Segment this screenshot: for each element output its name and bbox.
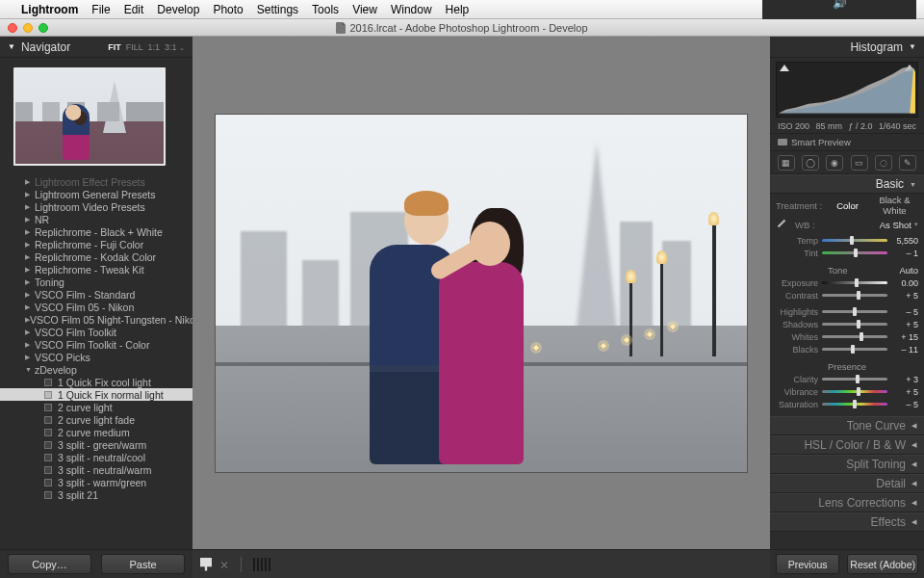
mac-menubar: Lightroom File Edit Develop Photo Settin… bbox=[0, 0, 924, 19]
menu-develop[interactable]: Develop bbox=[157, 3, 199, 16]
exif-aperture: ƒ / 2.0 bbox=[848, 121, 872, 131]
slider-saturation[interactable]: Saturation– 5 bbox=[776, 398, 918, 410]
slider-exposure[interactable]: Exposure0.00 bbox=[776, 276, 918, 289]
preset-item[interactable]: 3 split - neutral/warm bbox=[0, 463, 192, 476]
window-titlebar[interactable]: 2016.lrcat - Adobe Photoshop Lightroom -… bbox=[0, 19, 924, 37]
image-viewer[interactable] bbox=[192, 37, 770, 549]
preset-item[interactable]: 2 curve light fade bbox=[0, 413, 192, 426]
document-icon bbox=[336, 22, 346, 34]
preset-item[interactable]: 2 curve light bbox=[0, 401, 192, 413]
treatment-color[interactable]: Color bbox=[824, 200, 871, 211]
menu-window[interactable]: Window bbox=[391, 3, 432, 16]
menu-photo[interactable]: Photo bbox=[213, 3, 243, 16]
develop-tool[interactable]: ◉ bbox=[826, 155, 843, 171]
preset-folder[interactable]: ▶Lightroom General Presets bbox=[0, 188, 192, 200]
develop-tool[interactable]: ◌ bbox=[875, 155, 892, 171]
flag-pick-icon[interactable] bbox=[200, 558, 212, 571]
histogram-title: Histogram bbox=[850, 40, 903, 54]
preset-folder[interactable]: ▶VSCO Picks bbox=[0, 351, 192, 363]
navigator-zoom-modes[interactable]: FIT FILL 1:1 3:1 ⌄ bbox=[108, 42, 185, 52]
wb-eyedropper-icon[interactable] bbox=[776, 218, 789, 231]
panel-header[interactable]: HSL / Color / B & W◀ bbox=[770, 435, 924, 455]
panel-header[interactable]: Split Toning◀ bbox=[770, 455, 924, 474]
histogram-header[interactable]: Histogram ▼ bbox=[770, 37, 924, 58]
disclosure-icon: ▼ bbox=[909, 42, 916, 51]
color-label-swatch[interactable] bbox=[269, 558, 270, 571]
close-button[interactable] bbox=[8, 23, 17, 33]
color-label-swatch[interactable] bbox=[261, 558, 263, 571]
preset-folder[interactable]: ▶NR bbox=[0, 213, 192, 225]
navigator-title: Navigator bbox=[21, 40, 102, 54]
navigator-thumbnail[interactable] bbox=[0, 58, 192, 175]
color-label-swatch[interactable] bbox=[253, 558, 255, 571]
preset-item[interactable]: 3 split - green/warm bbox=[0, 438, 192, 451]
menu-tools[interactable]: Tools bbox=[312, 3, 339, 16]
flag-reject-icon[interactable]: ⨯ bbox=[219, 558, 229, 571]
viewer-toolbar: ⨯ bbox=[192, 549, 770, 578]
zoom-button[interactable] bbox=[38, 23, 48, 33]
develop-tool[interactable]: ▭ bbox=[851, 155, 868, 171]
panel-header[interactable]: Effects◀ bbox=[770, 512, 924, 532]
preset-folder[interactable]: ▶VSCO Film 05 - Nikon bbox=[0, 301, 192, 313]
preset-folder[interactable]: ▶Replichrome - Kodak Color bbox=[0, 250, 192, 263]
color-label-swatch[interactable] bbox=[265, 558, 267, 571]
menu-help[interactable]: Help bbox=[446, 3, 470, 16]
preset-folder[interactable]: ▶Replichrome - Black + White bbox=[0, 225, 192, 238]
preset-folder[interactable]: ▶VSCO Film Toolkit bbox=[0, 326, 192, 338]
reset-button[interactable]: Reset (Adobe) bbox=[847, 554, 918, 574]
menu-settings[interactable]: Settings bbox=[257, 3, 298, 16]
panel-header[interactable]: Detail◀ bbox=[770, 474, 924, 493]
smart-preview-badge[interactable]: Smart Preview bbox=[770, 134, 924, 151]
slider-whites[interactable]: Whites+ 15 bbox=[776, 330, 918, 343]
preset-folder[interactable]: ▶Replichrome - Tweak Kit bbox=[0, 263, 192, 276]
preset-folder[interactable]: ▶Toning bbox=[0, 276, 192, 288]
slider-tint[interactable]: Tint– 1 bbox=[776, 247, 918, 259]
preset-item[interactable]: 1 Quick Fix cool light bbox=[0, 376, 192, 388]
wb-dropdown[interactable]: As Shot▾ bbox=[880, 220, 918, 230]
slider-highlights[interactable]: Highlights– 5 bbox=[776, 305, 918, 318]
slider-contrast[interactable]: Contrast+ 5 bbox=[776, 289, 918, 302]
exif-iso: ISO 200 bbox=[778, 121, 809, 131]
exif-focal: 85 mm bbox=[815, 121, 842, 131]
panel-header[interactable]: Tone Curve◀ bbox=[770, 416, 924, 435]
preset-folder-open[interactable]: ▼zDevelop bbox=[0, 363, 192, 376]
tone-auto-button[interactable]: Auto bbox=[899, 265, 918, 276]
preset-folder[interactable]: ▶Replichrome - Fuji Color bbox=[0, 238, 192, 250]
slider-vibrance[interactable]: Vibrance+ 5 bbox=[776, 385, 918, 398]
color-label-swatch[interactable] bbox=[257, 558, 259, 571]
preset-folder[interactable]: ▶VSCO Film - Standard bbox=[0, 288, 192, 301]
paste-button[interactable]: Paste bbox=[101, 554, 185, 574]
preset-item[interactable]: 3 split 21 bbox=[0, 488, 192, 501]
preset-item[interactable]: 3 split - neutral/cool bbox=[0, 451, 192, 463]
slider-temp[interactable]: Temp5,550 bbox=[776, 234, 918, 247]
slider-blacks[interactable]: Blacks– 11 bbox=[776, 343, 918, 355]
preset-folder[interactable]: ▶Lightroom Effect Presets bbox=[0, 175, 192, 188]
right-panel: Histogram ▼ ISO 200 85 mm ƒ / 2.0 1/640 … bbox=[770, 37, 924, 578]
disclosure-icon: ▼ bbox=[8, 42, 15, 51]
slider-shadows[interactable]: Shadows+ 5 bbox=[776, 318, 918, 330]
panel-header[interactable]: Lens Corrections◀ bbox=[770, 493, 924, 512]
preset-folder[interactable]: ▶VSCO Film 05 Night-Tungsten - Nikon bbox=[0, 313, 192, 326]
basic-panel-header[interactable]: Basic▼ bbox=[770, 174, 924, 194]
preset-item[interactable]: 2 curve medium bbox=[0, 426, 192, 438]
navigator-header[interactable]: ▼ Navigator FIT FILL 1:1 3:1 ⌄ bbox=[0, 37, 192, 58]
previous-button[interactable]: Previous bbox=[776, 554, 839, 574]
preset-folder[interactable]: ▶Lightroom Video Presets bbox=[0, 200, 192, 213]
menu-view[interactable]: View bbox=[352, 3, 377, 16]
treatment-bw[interactable]: Black & White bbox=[871, 195, 918, 216]
slider-clarity[interactable]: Clarity+ 3 bbox=[776, 373, 918, 385]
volume-icon[interactable]: 🔊 bbox=[833, 0, 847, 10]
develop-tool[interactable]: ✎ bbox=[899, 155, 916, 171]
preset-item[interactable]: 3 split - warm/green bbox=[0, 476, 192, 488]
histogram-graph[interactable] bbox=[776, 62, 918, 118]
preset-folder[interactable]: ▶VSCO Film Toolkit - Color bbox=[0, 338, 192, 351]
develop-tool[interactable]: ◯ bbox=[802, 155, 819, 171]
menu-edit[interactable]: Edit bbox=[124, 3, 144, 16]
app-menu[interactable]: Lightroom bbox=[21, 3, 78, 16]
copy-button[interactable]: Copy… bbox=[8, 554, 91, 574]
right-footer: Previous Reset (Adobe) bbox=[770, 549, 924, 578]
minimize-button[interactable] bbox=[23, 23, 33, 33]
preset-item[interactable]: 1 Quick Fix normal light bbox=[0, 388, 192, 401]
develop-tool[interactable]: ▦ bbox=[778, 155, 795, 171]
menu-file[interactable]: File bbox=[91, 3, 110, 16]
